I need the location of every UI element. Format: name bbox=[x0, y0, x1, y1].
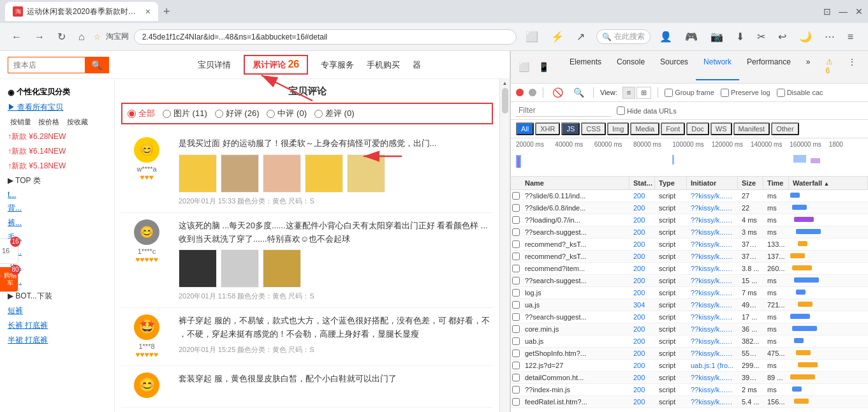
browser-search-box[interactable]: 🔍 在此搜索 bbox=[596, 29, 651, 44]
filter-good-radio[interactable] bbox=[215, 110, 223, 118]
search-icon-btn[interactable]: 🔍 bbox=[571, 86, 587, 99]
type-font-btn[interactable]: Font bbox=[661, 122, 685, 135]
tab-warning[interactable]: ⚠ 6 bbox=[818, 54, 841, 80]
filter-images-radio[interactable] bbox=[163, 110, 171, 118]
table-row[interactable]: recommend?_ksT... 200 script ??kissy/k..… bbox=[511, 239, 868, 251]
filter-bad-radio[interactable] bbox=[314, 110, 323, 118]
review-tab[interactable]: 累计评论 26 bbox=[244, 55, 308, 75]
filter-icon-btn[interactable]: 🚫 bbox=[550, 86, 566, 99]
table-row[interactable]: ??loading/0.7/in... 200 script ??kissy/k… bbox=[511, 214, 868, 226]
type-media-btn[interactable]: Media bbox=[630, 122, 659, 135]
scroll-thumb[interactable] bbox=[502, 88, 508, 114]
cell-initiator[interactable]: ??kissy/k... (fro... bbox=[687, 190, 738, 202]
row-select-checkbox[interactable] bbox=[512, 337, 520, 345]
grid-view-btn[interactable]: ⊞ bbox=[636, 87, 651, 99]
table-row[interactable]: core.min.js 200 script ??kissy/k... (fro… bbox=[511, 323, 868, 335]
row-select-checkbox[interactable] bbox=[512, 253, 520, 260]
tab-elements[interactable]: Elements bbox=[562, 54, 609, 80]
review-img-2-3[interactable] bbox=[263, 249, 301, 288]
header-status[interactable]: Stat... bbox=[629, 177, 655, 189]
table-row[interactable]: uab.js 200 script ??kissy/k... (fro... 3… bbox=[511, 335, 868, 348]
row-select-checkbox[interactable] bbox=[512, 325, 520, 333]
sidebar-item-all[interactable]: ▶ 查看所有宝贝 bbox=[0, 100, 114, 115]
header-time[interactable]: Time bbox=[763, 177, 789, 189]
service-tab[interactable]: 专享服务 bbox=[321, 57, 354, 73]
restore-window-btn[interactable]: ⊡ bbox=[823, 6, 831, 17]
sort-sales-btn[interactable]: 按销量 bbox=[8, 117, 34, 128]
hide-data-urls-label[interactable]: Hide data URLs bbox=[617, 107, 677, 115]
cell-initiator[interactable]: ??kissy/k... (fro... bbox=[687, 263, 738, 274]
table-row[interactable]: ??index-min.js 200 script ??kissy/k... (… bbox=[511, 384, 868, 396]
hide-data-urls-checkbox[interactable] bbox=[617, 107, 625, 115]
shopping-cart-btn[interactable]: 🛒 购物车 80 bbox=[0, 267, 18, 292]
device-toolbar-btn[interactable]: 📱 bbox=[536, 61, 552, 73]
scroll-up-arrow[interactable]: ▲ bbox=[502, 80, 508, 85]
store-search-btn[interactable]: 🔍 bbox=[85, 57, 108, 73]
list-view-btn[interactable]: ≡ bbox=[622, 87, 635, 99]
more-tools-btn[interactable]: ✂ bbox=[753, 28, 769, 45]
bookmark-btn[interactable]: ⬜ bbox=[522, 28, 542, 45]
active-tab[interactable]: 淘 运动休闲套装2020春季新款时尚洋气... × bbox=[5, 2, 158, 21]
header-size[interactable]: Size bbox=[738, 177, 763, 189]
filter-images[interactable]: 图片 (11) bbox=[163, 108, 207, 119]
download-btn[interactable]: ⬇ bbox=[732, 28, 748, 45]
scrollbar[interactable]: ▲ bbox=[499, 79, 510, 412]
header-type[interactable]: Type bbox=[655, 177, 687, 189]
row-select-checkbox[interactable] bbox=[512, 277, 520, 284]
cell-initiator[interactable]: ??kissy/k... (fro... bbox=[687, 335, 738, 347]
tab-performance[interactable]: Performance bbox=[739, 54, 798, 80]
row-select-checkbox[interactable] bbox=[512, 228, 520, 236]
cell-initiator[interactable]: ??kissy/k... (fro... bbox=[687, 226, 738, 238]
table-row[interactable]: feedRatel.ist.htm?... 200 script ??kissy… bbox=[511, 396, 868, 408]
disable-cache-label[interactable]: Disable cac bbox=[777, 89, 823, 97]
table-row[interactable]: log.js 200 script ??kissy/k... (fro... 7… bbox=[511, 287, 868, 299]
table-row[interactable]: 122.js?d=27 200 script uab.js:1 (fro... … bbox=[511, 360, 868, 372]
type-css-btn[interactable]: CSS bbox=[581, 122, 606, 135]
tab-console[interactable]: Console bbox=[609, 54, 652, 80]
back-button[interactable]: ← bbox=[8, 29, 26, 45]
type-manifest-btn[interactable]: Manifest bbox=[733, 122, 770, 135]
sidebar-item-t[interactable]: t... bbox=[0, 188, 114, 201]
review-img-1-5[interactable] bbox=[347, 154, 385, 193]
group-frame-label[interactable]: Group frame bbox=[665, 89, 714, 97]
new-tab-button[interactable]: + bbox=[163, 5, 170, 18]
filter-input[interactable] bbox=[516, 105, 612, 117]
screenshot-btn[interactable]: 📷 bbox=[707, 28, 727, 45]
row-select-checkbox[interactable] bbox=[512, 240, 520, 248]
cell-initiator[interactable]: ??kissy/k... (fro... bbox=[687, 299, 738, 311]
table-row[interactable]: ua.js 304 script ??kissy/k... (fro... 49… bbox=[511, 299, 868, 311]
row-select-checkbox[interactable] bbox=[512, 289, 520, 297]
table-row[interactable]: ??search-suggest... 200 script ??kissy/k… bbox=[511, 311, 868, 323]
row-select-checkbox[interactable] bbox=[512, 398, 520, 406]
review-img-1-2[interactable] bbox=[221, 154, 259, 193]
table-row[interactable]: recommend?_ksT... 200 script ??kissy/k..… bbox=[511, 251, 868, 263]
header-name[interactable]: Name bbox=[521, 177, 629, 189]
filter-mid[interactable]: 中评 (0) bbox=[267, 108, 307, 119]
tab-more[interactable]: » bbox=[798, 54, 818, 80]
cell-initiator[interactable]: ??kissy/k... (fro... bbox=[687, 214, 738, 226]
filter-good[interactable]: 好评 (26) bbox=[215, 108, 260, 119]
close-window-btn[interactable]: ✕ bbox=[855, 6, 863, 17]
header-waterfall[interactable]: Waterfall bbox=[789, 177, 868, 189]
tab-close-btn[interactable]: × bbox=[145, 6, 151, 17]
row-select-checkbox[interactable] bbox=[512, 265, 520, 272]
inspect-element-btn[interactable]: ⬜ bbox=[516, 61, 532, 73]
type-doc-btn[interactable]: Doc bbox=[686, 122, 709, 135]
sidebar-item-long[interactable]: 长裤 打底裤 bbox=[0, 318, 114, 333]
sidebar-item-k[interactable]: 裤... bbox=[0, 216, 114, 230]
home-button[interactable]: ⌂ bbox=[75, 29, 89, 45]
disable-cache-checkbox[interactable] bbox=[777, 89, 785, 97]
group-frame-checkbox[interactable] bbox=[665, 89, 673, 97]
row-select-checkbox[interactable] bbox=[512, 301, 520, 309]
refresh-button[interactable]: ↻ bbox=[54, 28, 70, 45]
review-img-2-2[interactable] bbox=[221, 249, 259, 288]
table-row[interactable]: recommend?item... 200 script ??kissy/k..… bbox=[511, 263, 868, 275]
review-img-1-4[interactable] bbox=[305, 154, 343, 193]
cell-initiator[interactable]: ??kissy/k... (fro... bbox=[687, 348, 738, 359]
forward-button[interactable]: → bbox=[31, 29, 48, 45]
row-select-checkbox[interactable] bbox=[512, 349, 520, 357]
type-all-btn[interactable]: All bbox=[516, 122, 534, 135]
preserve-log-label[interactable]: Preserve log bbox=[721, 89, 770, 97]
cell-initiator[interactable]: ??kissy/k... (fro... bbox=[687, 396, 738, 408]
cell-initiator[interactable]: uab.js:1 (fro... bbox=[687, 360, 738, 371]
